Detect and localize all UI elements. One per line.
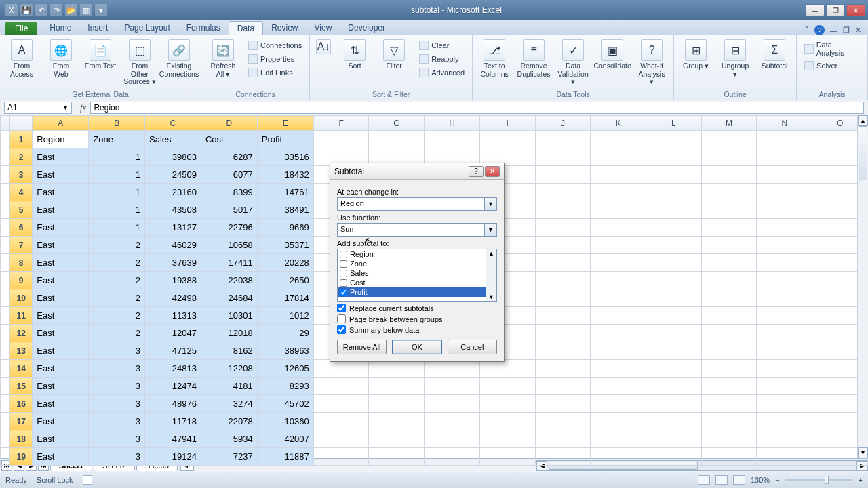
tab-review[interactable]: Review [263, 21, 306, 35]
cell[interactable]: 7237 [201, 448, 257, 466]
subtotal-opt-profit[interactable]: Profit [338, 287, 496, 297]
row-header[interactable]: 9 [9, 272, 32, 289]
cell[interactable]: 8293 [257, 378, 313, 395]
row-header[interactable]: 8 [9, 254, 32, 272]
help-icon[interactable]: ? [814, 25, 825, 35]
cell[interactable]: 1 [89, 148, 145, 166]
row-header[interactable]: 4 [9, 184, 32, 201]
cell[interactable]: 45702 [257, 395, 313, 413]
cell[interactable]: 11313 [145, 307, 201, 325]
close-button[interactable]: ✕ [846, 4, 865, 16]
cell[interactable]: 13127 [145, 219, 201, 237]
cell[interactable]: -10360 [257, 413, 313, 430]
ext-btn-2[interactable]: 📄From Text [83, 38, 118, 72]
vertical-scrollbar[interactable]: ▲ ▼ [857, 115, 868, 458]
row-header[interactable]: 19 [9, 448, 32, 466]
cell[interactable]: East [33, 201, 89, 219]
cell[interactable]: 24509 [145, 166, 201, 184]
cell[interactable]: 46029 [145, 237, 201, 254]
cell[interactable]: 20228 [257, 254, 313, 272]
row-header[interactable]: 10 [9, 289, 32, 307]
cell[interactable]: East [33, 219, 89, 237]
list-add-subtotal-to[interactable]: Region Zone Sales Cost Profit ▲▼ [337, 249, 497, 302]
row-header[interactable]: 17 [9, 413, 32, 430]
cell[interactable]: 38963 [257, 342, 313, 360]
sort-clear[interactable]: Clear [416, 39, 468, 52]
qat-dropdown-icon[interactable]: ▾ [95, 4, 107, 16]
cell[interactable]: East [33, 148, 89, 166]
row-header[interactable]: 1 [9, 131, 32, 148]
doc-close-icon[interactable]: ✕ [855, 26, 861, 35]
ext-btn-0[interactable]: AFrom Access [4, 38, 39, 79]
cell[interactable]: 10658 [201, 237, 257, 254]
ol-btn-2[interactable]: ΣSubtotal [757, 38, 792, 72]
cell[interactable]: 38491 [257, 201, 313, 219]
remove-all-button[interactable]: Remove All [337, 340, 387, 354]
cell[interactable]: 3 [89, 430, 145, 448]
cell[interactable]: 1 [89, 219, 145, 237]
col-header-B[interactable]: B [89, 116, 145, 131]
cell[interactable]: East [33, 166, 89, 184]
cell[interactable]: East [33, 342, 89, 360]
row-header[interactable]: 7 [9, 237, 32, 254]
dialog-close-icon[interactable]: ✕ [485, 166, 500, 177]
cell[interactable]: East [33, 430, 89, 448]
cell[interactable]: East [33, 395, 89, 413]
zoom-level[interactable]: 130% [751, 476, 770, 484]
cell[interactable]: East [33, 272, 89, 289]
conn-edit-links[interactable]: Edit Links [245, 66, 305, 79]
dt-btn-0[interactable]: ⎇Text to Columns [477, 38, 512, 79]
cell[interactable]: 19124 [145, 448, 201, 466]
cell[interactable]: 3 [89, 395, 145, 413]
cell[interactable]: 3 [89, 378, 145, 395]
cell[interactable]: 42007 [257, 430, 313, 448]
ol-btn-1[interactable]: ⊟Ungroup ▾ [717, 38, 753, 79]
combo-use-function[interactable]: Sum▼ [337, 223, 497, 237]
col-header-G[interactable]: G [369, 116, 425, 131]
sort-reapply[interactable]: Reapply [416, 53, 468, 65]
redo-icon[interactable]: ↷ [50, 4, 62, 16]
cell[interactable]: East [33, 289, 89, 307]
col-header-M[interactable]: M [701, 116, 757, 131]
cell[interactable]: 42498 [145, 289, 201, 307]
cell[interactable]: East [33, 237, 89, 254]
cancel-button[interactable]: Cancel [448, 340, 497, 354]
cell[interactable]: 1 [89, 201, 145, 219]
col-header-H[interactable]: H [425, 116, 480, 131]
view-layout-icon[interactable] [715, 475, 728, 485]
cell[interactable]: 22796 [201, 219, 257, 237]
doc-minimize-icon[interactable]: — [830, 26, 837, 35]
cell[interactable]: East [33, 413, 89, 430]
row-header[interactable]: 5 [9, 201, 32, 219]
cell[interactable]: 12018 [201, 325, 257, 342]
ext-btn-4[interactable]: 🔗Existing Connections [161, 38, 197, 79]
cell[interactable]: 12474 [145, 378, 201, 395]
cell[interactable]: East [33, 254, 89, 272]
row-header[interactable]: 2 [9, 148, 32, 166]
sort-button[interactable]: ⇅Sort [337, 38, 372, 72]
save-icon[interactable]: 💾 [20, 4, 33, 16]
cell[interactable]: 47941 [145, 430, 201, 448]
filter-button[interactable]: ▽Filter [376, 38, 412, 72]
formula-input[interactable]: Region [90, 102, 864, 114]
cell[interactable]: 2 [89, 289, 145, 307]
cell[interactable]: 48976 [145, 395, 201, 413]
check-replace-subtotals[interactable]: Replace current subtotals [337, 304, 497, 312]
refresh-all-button[interactable]: 🔄Refresh All ▾ [205, 38, 241, 79]
ext-btn-3[interactable]: ⬚From Other Sources ▾ [122, 38, 157, 87]
row-header[interactable]: 3 [9, 166, 32, 184]
conn-properties[interactable]: Properties [245, 53, 305, 65]
view-normal-icon[interactable] [698, 475, 710, 485]
ol-btn-0[interactable]: ⊞Group ▾ [678, 38, 713, 72]
cell[interactable]: 5017 [201, 201, 257, 219]
cell[interactable]: Cost [201, 131, 257, 148]
minimize-button[interactable]: — [806, 4, 825, 16]
ok-button[interactable]: OK [392, 340, 441, 354]
cell[interactable]: 12208 [201, 360, 257, 378]
cell[interactable]: East [33, 360, 89, 378]
cell[interactable]: 5934 [201, 430, 257, 448]
check-page-break[interactable]: Page break between groups [337, 314, 497, 323]
dt-btn-3[interactable]: ▣Consolidate [595, 38, 630, 72]
cell[interactable]: East [33, 307, 89, 325]
cell[interactable]: 19388 [145, 272, 201, 289]
